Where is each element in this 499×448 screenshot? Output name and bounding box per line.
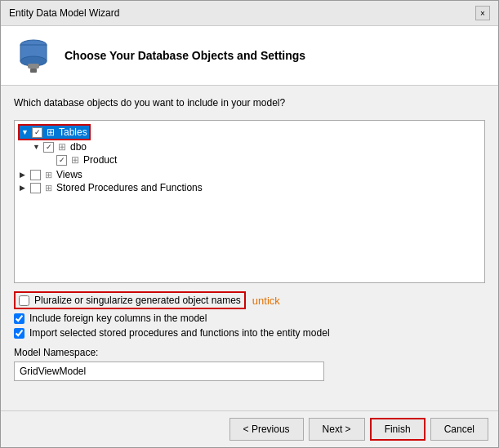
product-label: Product (83, 154, 117, 166)
import-sp-row: Import selected stored procedures and fu… (14, 327, 485, 339)
cancel-button[interactable]: Cancel (430, 418, 488, 441)
finish-button[interactable]: Finish (370, 418, 425, 441)
close-button[interactable]: × (475, 6, 490, 20)
foreign-key-row: Include foreign key columns in the model (14, 313, 485, 324)
tree-container[interactable]: ▼ ⊞ Tables ▼ ⊞ dbo (14, 120, 485, 283)
namespace-label: Model Namespace: (14, 347, 485, 358)
checkbox-product[interactable] (56, 155, 67, 166)
database-icon (14, 36, 53, 75)
checkbox-sp[interactable] (30, 183, 41, 193)
dbo-label: dbo (70, 141, 87, 153)
tables-label: Tables (59, 126, 87, 138)
import-sp-label: Import selected stored procedures and fu… (29, 327, 330, 339)
title-bar: Entity Data Model Wizard × (1, 1, 498, 26)
namespace-section: Model Namespace: (14, 347, 485, 381)
window-title: Entity Data Model Wizard (9, 7, 119, 19)
sp-icon: ⊞ (45, 183, 52, 193)
previous-button[interactable]: < Previous (229, 418, 304, 441)
svg-rect-3 (28, 64, 39, 69)
pluralize-row: Pluralize or singularize generated objec… (14, 291, 246, 309)
tree-item-views[interactable]: ▶ ⊞ Views (18, 168, 481, 181)
views-icon: ⊞ (45, 170, 52, 180)
chevron-views: ▶ (20, 171, 28, 179)
section-question: Which database objects do you want to in… (14, 97, 485, 109)
checkbox-dbo[interactable] (43, 142, 54, 153)
chevron-sp: ▶ (20, 184, 28, 192)
import-sp-checkbox[interactable] (14, 328, 25, 339)
pluralize-label: Pluralize or singularize generated objec… (34, 295, 241, 306)
tree-item-dbo[interactable]: ▼ ⊞ dbo (31, 140, 481, 153)
namespace-input[interactable] (14, 362, 324, 381)
tree-item-stored-procedures[interactable]: ▶ ⊞ Stored Procedures and Functions (18, 181, 481, 194)
foreign-key-checkbox[interactable] (14, 313, 25, 324)
pluralize-checkbox[interactable] (19, 295, 29, 306)
tree-item-product[interactable]: ⊞ Product (44, 153, 481, 166)
checkbox-tables[interactable] (32, 127, 42, 138)
foreign-key-label: Include foreign key columns in the model (29, 313, 207, 324)
header-section: Choose Your Database Objects and Setting… (1, 26, 498, 86)
product-grid-icon: ⊞ (71, 154, 79, 166)
wizard-window: Entity Data Model Wizard × Choose Your D… (0, 0, 499, 448)
options-section: Pluralize or singularize generated objec… (14, 291, 485, 339)
tree-item-tables[interactable]: ▼ ⊞ Tables (20, 126, 89, 139)
svg-rect-4 (30, 69, 37, 73)
views-label: Views (56, 169, 82, 180)
footer: < Previous Next > Finish Cancel (1, 410, 498, 447)
header-title: Choose Your Database Objects and Setting… (65, 49, 305, 62)
content-area: Which database objects do you want to in… (1, 86, 498, 410)
next-button[interactable]: Next > (309, 418, 365, 441)
table-grid-icon: ⊞ (47, 126, 55, 138)
chevron-dbo: ▼ (33, 143, 41, 151)
dbo-icon: ⊞ (58, 141, 66, 153)
untick-annotation: untick (252, 295, 280, 307)
sp-label: Stored Procedures and Functions (56, 182, 203, 193)
chevron-tables: ▼ (21, 128, 29, 136)
checkbox-views[interactable] (30, 170, 41, 180)
